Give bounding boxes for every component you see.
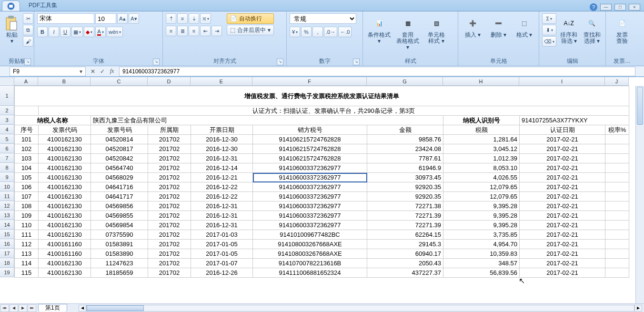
cell[interactable]: 61946.9 [367,163,443,173]
cell[interactable]: 陕西九豫三全食品有限公司 [91,116,443,125]
name-box[interactable]: F9▾ [10,67,86,76]
fill-color-button[interactable]: ◆ [84,27,94,37]
cell[interactable] [605,182,629,192]
cell[interactable]: 4100162130 [39,154,91,163]
cell[interactable]: 3,045.12 [443,144,520,154]
cell[interactable] [605,230,629,240]
cell[interactable]: 914106003372362977 [253,201,367,211]
cell[interactable]: 4100162130 [39,201,91,211]
cell-styles-button[interactable]: ▧单元格 样式 ▾ [423,13,450,47]
cell[interactable]: 101 [15,135,39,144]
cell[interactable]: 序号 [15,125,39,135]
cell[interactable]: 103 [15,154,39,163]
cell[interactable]: 11247623 [91,259,148,268]
cell[interactable]: 2017-02-21 [520,192,605,201]
cell[interactable]: 4100162130 [39,135,91,144]
office-orb[interactable] [2,0,20,11]
font-name-combo[interactable] [37,13,94,24]
cell[interactable]: 201702 [148,211,191,221]
cell[interactable]: 2017-02-21 [520,259,605,268]
formula-input[interactable]: 914106003372362977 [119,67,635,76]
cell[interactable]: 62264.15 [367,230,443,240]
fx-icon[interactable]: fx [108,67,116,76]
cell[interactable]: 72271.39 [367,221,443,230]
cell[interactable] [605,240,629,249]
cell[interactable]: 201702 [148,135,191,144]
cell[interactable]: 115 [15,268,39,278]
cell[interactable]: 04641717 [91,192,148,201]
dialog-launcher-icon[interactable]: ↘ [277,59,283,65]
cell[interactable]: 12,079.65 [443,192,520,201]
cell[interactable]: 92920.35 [367,182,443,192]
invoice-check-button[interactable]: 📄发票 查验 [609,13,635,47]
cell[interactable] [605,173,629,182]
cell[interactable]: 102 [15,144,39,154]
cell[interactable]: 4100162130 [39,211,91,221]
format-as-table-button[interactable]: ▦套用 表格格式 ▾ [394,13,421,53]
shrink-font-button[interactable]: A▾ [129,13,139,24]
cell[interactable] [605,163,629,173]
cell[interactable]: 2017-01-07 [191,259,253,268]
cell[interactable]: 04568029 [91,173,148,182]
cell[interactable] [605,211,629,221]
cell[interactable]: 4100162130 [39,230,91,240]
align-middle-button[interactable]: ≡ [177,13,188,24]
copy-button[interactable]: ⧉ [23,25,33,35]
cell[interactable]: 2017-02-21 [520,221,605,230]
cell[interactable]: 04520842 [91,154,148,163]
cell[interactable]: 8,053.10 [443,163,520,173]
clear-button[interactable]: ⌫ [542,36,556,47]
cell[interactable]: 4100162130 [39,182,91,192]
cell[interactable]: 72271.39 [367,211,443,221]
cell[interactable]: 914108003267668AXE [253,240,367,249]
cell[interactable]: 348.57 [443,259,520,268]
cell[interactable]: 认证方式：扫描认证、发票确认平台，共290条记录，第3页 [39,106,629,116]
wrap-text-button[interactable]: 📄 自动换行 [227,13,274,24]
vertical-scrollbar[interactable] [635,86,644,303]
cell[interactable]: 92920.35 [367,192,443,201]
cell[interactable]: 2017-02-21 [520,182,605,192]
cell[interactable]: 2016-12-31 [191,201,253,211]
cell[interactable]: 201702 [148,173,191,182]
cell[interactable]: 发票号码 [91,125,148,135]
help-icon[interactable]: ? [590,3,597,11]
cell[interactable]: 201702 [148,182,191,192]
cell[interactable]: 914106003372362977 [253,173,367,182]
orientation-button[interactable]: ⤭ [200,13,211,24]
cell[interactable]: 2017-02-21 [520,173,605,182]
sheet-nav-next[interactable]: ▶ [19,304,27,312]
cell[interactable]: 1,012.39 [443,154,520,163]
cell[interactable] [605,268,629,278]
cell[interactable]: 18185659 [91,268,148,278]
cell[interactable]: 914106003372362977 [253,163,367,173]
row-headers[interactable]: 12345678910111213141516171819 [0,86,14,303]
cell[interactable] [605,201,629,211]
cell[interactable]: 201702 [148,259,191,268]
cell[interactable]: 纳税人识别号 [443,116,520,125]
insert-button[interactable]: ➕插入 ▾ [461,13,485,40]
paste-button[interactable]: 粘贴 ▾ [3,13,21,47]
cell[interactable]: 914101009677482BC [253,230,367,240]
cell[interactable]: 114 [15,259,39,268]
align-center-button[interactable]: ≣ [177,26,188,36]
cell[interactable]: 914108003267668AXE [253,249,367,259]
cell[interactable]: 2017-02-21 [520,163,605,173]
dialog-launcher-icon[interactable]: ↘ [24,59,31,65]
cell[interactable]: 2017-01-05 [191,249,253,259]
delete-button[interactable]: ➖删除 ▾ [487,13,511,40]
cell[interactable]: 04520814 [91,135,148,144]
border-button[interactable]: ▦ [71,27,83,37]
cell[interactable]: 07375590 [91,230,148,240]
cell[interactable]: 437227.37 [367,268,443,278]
font-color-button[interactable]: A [95,27,106,37]
cell[interactable]: 2017-02-21 [520,154,605,163]
cell[interactable]: 2016-12-30 [191,144,253,154]
cell[interactable]: 104 [15,163,39,173]
comma-button[interactable]: , [312,27,323,37]
cell[interactable]: 开票日期 [191,125,253,135]
cell[interactable]: 110 [15,221,39,230]
cell[interactable]: 914106215724762828 [253,135,367,144]
cell[interactable]: 销方税号 [253,125,367,135]
cell[interactable]: 201702 [148,144,191,154]
currency-button[interactable]: ¥ [290,27,300,37]
